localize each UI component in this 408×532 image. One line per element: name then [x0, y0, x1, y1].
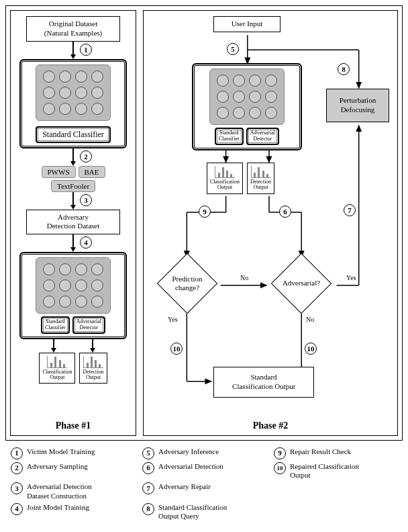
- phase1-output-pair: Classification Output Detection Output: [39, 353, 107, 384]
- step-9-marker: 9: [199, 206, 211, 218]
- legend-marker-2: 2: [11, 462, 23, 474]
- legend-marker-6: 6: [142, 462, 154, 474]
- original-dataset-box: Original Dataset (Natural Examples): [26, 16, 120, 42]
- arrow-down-icon: [51, 339, 56, 353]
- legend-text-9: Repair Result Check: [290, 447, 351, 456]
- standard-classification-output-box: Standard Classification Output: [213, 367, 314, 398]
- no-label: No: [305, 316, 315, 323]
- step-10-marker: 10: [305, 343, 317, 355]
- pwws-attack: PWWS: [42, 166, 76, 178]
- legend-text-7: Adversary Repair: [158, 482, 211, 491]
- user-input-box: User Input: [213, 16, 280, 32]
- textfooler-attack: TextFooler: [51, 180, 95, 192]
- legend-item: 5Adversary Inference: [142, 447, 266, 459]
- step-5-marker: 5: [227, 43, 239, 55]
- legend-marker-1: 1: [11, 447, 23, 459]
- legend-item: 1Victim Model Training: [11, 447, 134, 459]
- arrow-step2: 2: [70, 148, 76, 166]
- arrow-step4: 4: [70, 234, 76, 252]
- legend-text-2: Adversary Sampling: [27, 462, 88, 471]
- nn-icon: [36, 257, 111, 314]
- prediction-change-text: Prediction change?: [172, 275, 202, 292]
- step-6-marker: 6: [279, 206, 291, 218]
- step-2-marker: 2: [80, 150, 92, 163]
- sub-std-classifier-2: Standard Classifier: [215, 128, 244, 145]
- bar-chart-icon: [83, 356, 103, 368]
- det-output-label-2: Detection Output: [250, 179, 271, 191]
- step-7-marker: 7: [344, 204, 356, 216]
- no-label: No: [239, 274, 250, 281]
- legend-text-1: Victim Model Training: [27, 447, 95, 456]
- legend-item: 8Standard Classification Output Query: [142, 503, 266, 521]
- legend-item: 10Repaired Classification Output: [274, 462, 397, 480]
- step-3-marker: 3: [80, 194, 92, 206]
- arrow-step3: 3: [70, 192, 76, 210]
- sub-adv-detector-2: Adversarial Detector: [246, 128, 279, 145]
- standard-classifier-label: Standard Classifier: [36, 126, 111, 143]
- legend-marker-8: 8: [142, 503, 154, 515]
- det-output-label: Detection Output: [83, 369, 103, 381]
- yes-label: Yes: [166, 316, 179, 323]
- cls-output-label: Classification Output: [42, 369, 72, 381]
- adv-dataset-box: Adversary Detection Dataset: [26, 210, 120, 235]
- joint-model-box-2: Standard Classifier Adversarial Detector: [192, 63, 302, 150]
- legend-marker-4: 4: [11, 503, 23, 515]
- classification-output-box: Classification Output: [39, 353, 75, 384]
- legend-marker-5: 5: [142, 447, 154, 459]
- bar-chart-icon: [251, 166, 271, 178]
- standard-classifier-box: Standard Classifier: [19, 59, 127, 148]
- bar-chart-icon: [47, 356, 67, 368]
- legend-text-3: Adversarial Detection Dataset Constuctio…: [27, 482, 92, 500]
- legend: 1Victim Model Training 5Adversary Infere…: [5, 447, 403, 521]
- legend-marker-10: 10: [274, 462, 286, 474]
- legend-item: 4Joint Model Training: [11, 503, 134, 521]
- detection-output-box-2: Detection Output: [247, 163, 274, 194]
- phase1-label: Phase #1: [11, 420, 136, 431]
- detection-output-box: Detection Output: [79, 353, 107, 384]
- legend-text-5: Adversary Inference: [158, 447, 219, 456]
- arrow-step1: 1: [70, 42, 76, 59]
- cls-output-label-2: Classification Output: [210, 179, 240, 191]
- sub-std-classifier: Standard Classifier: [41, 316, 70, 334]
- adversarial-diamond: Adversarial?: [264, 257, 338, 310]
- phase1-panel: Original Dataset (Natural Examples) 1 St…: [10, 10, 136, 436]
- legend-marker-9: 9: [274, 447, 286, 459]
- step-10-marker: 10: [170, 343, 183, 355]
- adversarial-text: Adversarial?: [283, 279, 320, 287]
- original-dataset-text: Original Dataset (Natural Examples): [44, 19, 102, 37]
- step-4-marker: 4: [80, 236, 92, 249]
- joint-model-box: Standard Classifier Adversarial Detector: [19, 252, 127, 339]
- legend-item: 3Adversarial Detection Dataset Constucti…: [11, 482, 134, 500]
- classification-output-box-2: Classification Output: [207, 163, 243, 194]
- legend-item: 6Adversarial Detection: [142, 462, 266, 480]
- step-1-marker: 1: [80, 44, 92, 56]
- legend-marker-3: 3: [11, 482, 23, 494]
- perturbation-defocusing-box: Perturbation Defocusing: [326, 89, 389, 122]
- prediction-change-diamond: Prediction change?: [150, 257, 224, 310]
- legend-text-8: Standard Classification Output Query: [158, 503, 227, 521]
- step-8-marker: 8: [338, 63, 350, 75]
- bae-attack: BAE: [79, 166, 105, 178]
- arrow-down-icon: [90, 339, 95, 353]
- outer-frame: Original Dataset (Natural Examples) 1 St…: [5, 5, 403, 441]
- phase2-label: Phase #2: [144, 420, 397, 431]
- phase2-panel: User Input 5 8 Standard Classifier Adver…: [143, 10, 398, 436]
- bar-chart-icon: [215, 166, 235, 178]
- legend-text-6: Adversarial Detection: [158, 462, 223, 471]
- yes-label: Yes: [345, 274, 358, 281]
- legend-marker-7: 7: [142, 482, 154, 494]
- legend-item: 9Repair Result Check: [274, 447, 397, 459]
- nn-icon: [36, 64, 111, 121]
- legend-item: 7Adversary Repair: [142, 482, 266, 500]
- nn-icon: [209, 69, 285, 125]
- legend-text-10: Repaired Classification Output: [290, 462, 359, 480]
- legend-item: 2Adversary Sampling: [11, 462, 134, 480]
- attack-group: PWWS BAE TextFooler: [42, 166, 105, 192]
- legend-text-4: Joint Model Training: [27, 503, 89, 512]
- sub-adv-detector: Adversarial Detector: [72, 316, 105, 334]
